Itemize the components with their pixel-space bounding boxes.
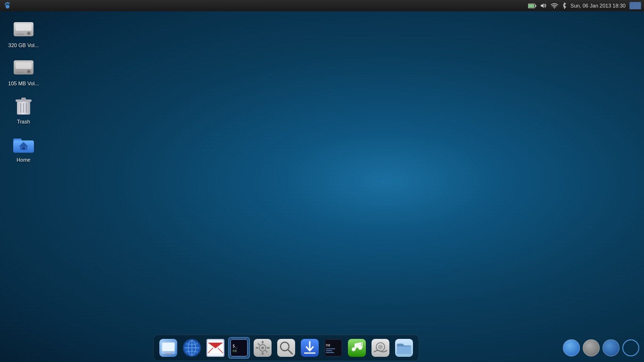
105mb-icon-image (12, 57, 35, 79)
files-icon (395, 339, 413, 357)
dock-item-finder[interactable] (157, 337, 179, 359)
dock-item-audio[interactable] (346, 337, 368, 359)
app-logo[interactable] (3, 1, 12, 10)
search-icon (277, 339, 295, 357)
dock-item-preview[interactable] (370, 337, 391, 359)
dock-item-mail[interactable] (205, 337, 226, 359)
workspace-4[interactable] (622, 339, 639, 356)
menubar-right: Sun, 06 Jan 2013 18:30 (528, 2, 641, 9)
battery-icon (528, 3, 537, 8)
svg-point-9 (554, 8, 555, 8)
menubar-left (3, 1, 12, 10)
desktop-icon-105mb[interactable]: 105 MB Vol... (5, 55, 42, 88)
dock-item-download[interactable] (299, 337, 321, 359)
battery-indicator (528, 3, 537, 8)
svg-rect-19 (17, 72, 24, 74)
dock-item-files[interactable] (393, 337, 415, 359)
svg-rect-56 (256, 347, 258, 349)
svg-text:ne: ne (326, 343, 330, 347)
workspace-2[interactable] (583, 339, 600, 356)
datetime-display: Sun, 06 Jan 2013 18:30 (570, 3, 626, 8)
browser-icon (183, 339, 201, 357)
svg-rect-68 (326, 352, 334, 353)
svg-rect-33 (162, 343, 174, 351)
volume-icon (540, 3, 547, 8)
desktop: Sun, 06 Jan 2013 18:30 (0, 0, 644, 362)
download-icon (301, 339, 319, 357)
dock-item-screenlet[interactable]: ne (322, 337, 344, 359)
harddrive-small-icon (13, 58, 34, 77)
svg-rect-57 (267, 347, 270, 349)
harddrive-icon (13, 20, 34, 39)
volume-indicator[interactable] (540, 3, 547, 8)
svg-point-71 (358, 346, 362, 350)
svg-rect-11 (16, 24, 32, 31)
svg-rect-63 (324, 339, 342, 357)
105mb-label: 105 MB Vol... (8, 81, 39, 86)
svg-point-13 (28, 33, 30, 34)
settings-icon (254, 339, 272, 357)
svg-rect-34 (166, 352, 170, 354)
svg-point-70 (352, 347, 355, 351)
preview-icon (372, 339, 389, 357)
finder-icon (159, 339, 177, 357)
workspace-1[interactable] (563, 339, 580, 356)
svg-rect-14 (17, 33, 24, 35)
svg-point-0 (6, 2, 7, 4)
svg-rect-69 (348, 339, 366, 357)
home-label: Home (17, 157, 30, 163)
svg-rect-66 (326, 348, 335, 349)
menubar: Sun, 06 Jan 2013 18:30 (0, 0, 644, 11)
dock-item-browser[interactable] (181, 337, 203, 359)
svg-point-2 (8, 2, 10, 4)
svg-rect-30 (22, 147, 25, 150)
svg-rect-55 (262, 352, 264, 355)
trash-icon-image (12, 95, 35, 117)
mail-icon (206, 339, 224, 357)
svg-rect-35 (165, 354, 172, 354)
dock: $_ ne (153, 335, 419, 361)
svg-text:$_: $_ (232, 344, 238, 348)
dock-item-search[interactable] (275, 337, 297, 359)
trash-label: Trash (17, 119, 30, 124)
bluetooth-icon (562, 2, 567, 9)
svg-rect-54 (262, 341, 264, 344)
desktop-icon-trash[interactable]: Trash (5, 93, 42, 126)
svg-text:ne: ne (232, 349, 237, 353)
svg-point-3 (5, 4, 6, 6)
screenlet-icon: ne (324, 339, 342, 357)
svg-point-1 (7, 2, 8, 4)
svg-rect-6 (536, 5, 537, 7)
320gb-icon-image (12, 18, 35, 41)
dock-item-settings[interactable] (252, 337, 273, 359)
desktop-icon-home[interactable]: Home (5, 131, 42, 165)
home-folder-icon (12, 134, 35, 155)
svg-marker-8 (541, 3, 544, 8)
wifi-icon (551, 3, 558, 8)
svg-point-76 (378, 345, 383, 349)
menubar-action-button[interactable] (629, 2, 641, 9)
workspace-3[interactable] (603, 339, 619, 356)
home-icon-image (12, 133, 35, 156)
terminal-icon: $_ ne (230, 339, 248, 357)
svg-point-18 (28, 71, 30, 73)
workspace-switcher (563, 339, 639, 356)
svg-point-53 (261, 346, 264, 349)
paw-icon (4, 2, 11, 9)
svg-point-4 (6, 5, 9, 8)
trash-icon (14, 95, 33, 117)
bluetooth-indicator[interactable] (562, 2, 567, 9)
svg-rect-7 (528, 4, 534, 8)
audio-player-icon (348, 339, 366, 357)
320gb-label: 320 GB Vol... (8, 42, 39, 48)
desktop-icon-320gb[interactable]: 320 GB Vol... (5, 16, 42, 50)
wifi-indicator[interactable] (551, 3, 558, 8)
dock-item-terminal[interactable]: $_ ne (228, 337, 250, 359)
svg-rect-16 (16, 62, 32, 69)
desktop-icon-area: 320 GB Vol... (5, 16, 42, 165)
svg-rect-22 (21, 98, 26, 100)
svg-rect-67 (326, 350, 332, 351)
taskbar: $_ ne (0, 334, 644, 362)
